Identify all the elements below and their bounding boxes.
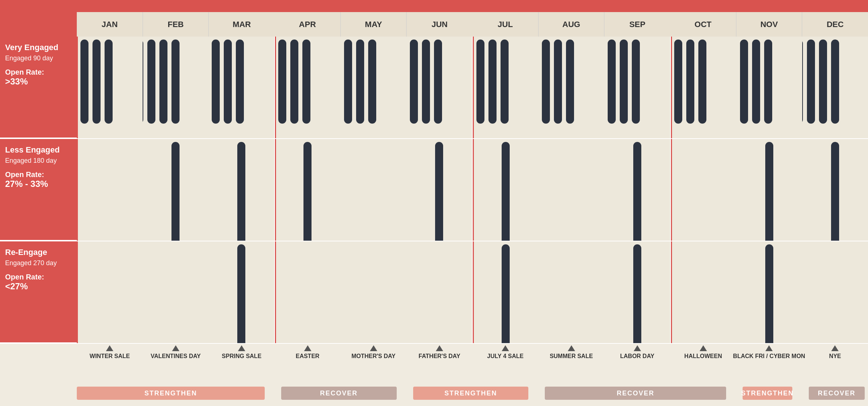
category-bar-recover: RECOVER: [545, 387, 726, 400]
bar: [422, 40, 430, 124]
event-item: SUMMER SALE: [550, 345, 593, 360]
month-data-less-engaged-feb: [143, 139, 208, 241]
event-triangle: [502, 345, 509, 351]
month-data-reengage-may: [340, 241, 406, 343]
row-content-reengage: [77, 241, 868, 343]
quarter-group: APRMAYJUN: [275, 0, 472, 37]
months-row: OCTNOVDEC: [670, 12, 868, 37]
bottom-area: WINTER SALEVALENTINES DAYSPRING SALEEAST…: [0, 344, 868, 406]
header-area: JANFEBMARAPRMAYJUNJULAUGSEPOCTNOVDEC: [0, 0, 868, 37]
event-item: LABOR DAY: [620, 345, 654, 360]
month-data-less-engaged-nov: [736, 139, 802, 241]
event-triangle: [765, 345, 773, 351]
months-row: JULAUGSEP: [472, 12, 670, 37]
event-label: EASTER: [296, 353, 320, 360]
month-cell-nov: NOV: [736, 12, 803, 37]
event-triangle: [304, 345, 311, 351]
month-data-reengage-sep: [604, 241, 670, 343]
month-data-very-engaged-jun: [406, 37, 472, 138]
row-content-very-engaged: [77, 37, 868, 138]
event-triangle: [106, 345, 113, 351]
event-item: BLACK FRI / CYBER MON: [733, 345, 805, 360]
quarter-data-very-engaged-q0: [77, 37, 275, 138]
label-rate-title-reengage: Open Rate:: [5, 273, 72, 281]
label-sub-reengage: Engaged 270 day: [5, 259, 72, 268]
bar: [434, 40, 442, 124]
event-label: BLACK FRI / CYBER MON: [733, 353, 805, 360]
event-item: SPRING SALE: [222, 345, 261, 360]
month-data-reengage-oct: [671, 241, 737, 343]
month-data-less-engaged-jun: [406, 139, 472, 241]
bar: [765, 142, 773, 241]
bar: [368, 40, 376, 124]
bar: [764, 40, 772, 124]
month-data-very-engaged-feb: [143, 37, 208, 138]
row-content-less-engaged: [77, 139, 868, 241]
quarter-data-reengage-q3: [671, 241, 868, 343]
month-data-very-engaged-mar: [208, 37, 274, 138]
bar: [356, 40, 364, 124]
month-data-less-engaged-mar: [208, 139, 274, 241]
month-data-very-engaged-nov: [736, 37, 802, 138]
quarter-data-very-engaged-q2: [473, 37, 671, 138]
data-row-very-engaged: Very EngagedEngaged 90 dayOpen Rate:>33%: [0, 37, 868, 139]
quarter-header: [670, 1, 868, 12]
event-triangle: [172, 345, 179, 351]
month-cell-may: MAY: [341, 12, 407, 37]
month-cell-jun: JUN: [407, 12, 472, 37]
category-content: STRENGTHENRECOVERSTRENGTHENRECOVERSTRENG…: [77, 380, 868, 406]
row-label-very-engaged: Very EngagedEngaged 90 dayOpen Rate:>33%: [0, 37, 77, 138]
category-bar-strengthen: STRENGTHEN: [413, 387, 529, 400]
event-label: VALENTINES DAY: [151, 353, 201, 360]
month-data-less-engaged-dec: [802, 139, 868, 241]
bar: [501, 40, 509, 124]
bar: [698, 40, 706, 124]
event-triangle: [436, 345, 443, 351]
bar: [633, 244, 641, 343]
quarter-data-reengage-q0: [77, 241, 275, 343]
bar: [290, 40, 298, 124]
month-data-reengage-feb: [143, 241, 208, 343]
event-item: WINTER SALE: [90, 345, 130, 360]
bar: [159, 40, 167, 124]
label-rate-title-less-engaged: Open Rate:: [5, 170, 72, 179]
quarter-data-reengage-q2: [473, 241, 671, 343]
month-data-less-engaged-may: [340, 139, 406, 241]
bar: [620, 40, 628, 124]
month-cell-jul: JUL: [472, 12, 539, 37]
bar: [171, 142, 180, 241]
quarter-header: [77, 1, 275, 12]
month-cell-sep: SEP: [604, 12, 670, 37]
bar: [278, 40, 286, 124]
month-cell-dec: DEC: [802, 12, 868, 37]
bar: [105, 40, 113, 124]
label-sub-very-engaged: Engaged 90 day: [5, 54, 72, 63]
month-data-reengage-jul: [473, 241, 539, 343]
month-data-reengage-nov: [736, 241, 802, 343]
event-label: JULY 4 SALE: [487, 353, 524, 360]
bar: [344, 40, 352, 124]
bar: [476, 40, 484, 124]
event-label: WINTER SALE: [90, 353, 130, 360]
quarter-data-less-engaged-q3: [671, 139, 868, 241]
bar: [686, 40, 694, 124]
bar: [93, 40, 101, 124]
bar: [566, 40, 574, 124]
label-title-very-engaged: Very Engaged: [5, 42, 72, 53]
quarter-data-less-engaged-q0: [77, 139, 275, 241]
event-item: JULY 4 SALE: [487, 345, 524, 360]
month-data-reengage-jan: [77, 241, 143, 343]
row-label-less-engaged: Less EngagedEngaged 180 dayOpen Rate:27%…: [0, 139, 77, 241]
bar: [224, 40, 232, 124]
data-row-less-engaged: Less EngagedEngaged 180 dayOpen Rate:27%…: [0, 139, 868, 241]
header-label-spacer: [0, 0, 77, 37]
bar: [147, 40, 155, 124]
bar: [143, 40, 143, 124]
month-data-very-engaged-apr: [275, 37, 341, 138]
quarter-data-very-engaged-q1: [275, 37, 473, 138]
label-sub-less-engaged: Engaged 180 day: [5, 156, 72, 165]
category-bars-row: STRENGTHENRECOVERSTRENGTHENRECOVERSTRENG…: [0, 380, 868, 406]
row-label-reengage: Re-EngageEngaged 270 dayOpen Rate:<27%: [0, 241, 77, 343]
bar: [410, 40, 418, 124]
bar: [633, 142, 641, 241]
